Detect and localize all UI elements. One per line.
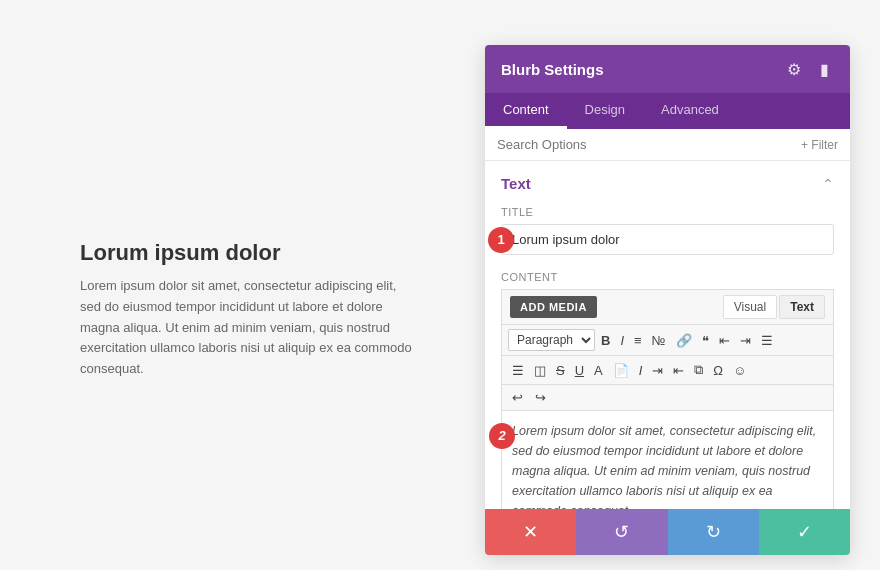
left-title: Lorum ipsum dolor (80, 240, 420, 266)
title-label: Title (501, 206, 834, 218)
tab-advanced[interactable]: Advanced (643, 93, 737, 129)
add-media-button[interactable]: ADD MEDIA (510, 296, 597, 318)
panel-bottom-bar: ✕ ↺ ↻ ✓ (485, 509, 850, 555)
content-label: Content (501, 271, 834, 283)
title-field: Title 1 (485, 202, 850, 267)
outdent-button[interactable]: ⇤ (669, 361, 688, 380)
panel-title: Blurb Settings (501, 61, 604, 78)
align-justify-button[interactable]: ☰ (508, 361, 528, 380)
italic2-button[interactable]: I (635, 361, 647, 380)
undo-editor-button[interactable]: ↩ (508, 388, 527, 407)
search-input[interactable] (497, 137, 801, 152)
paragraph-select[interactable]: Paragraph (508, 329, 595, 351)
settings-icon[interactable]: ⚙ (784, 59, 804, 79)
color-button[interactable]: A (590, 361, 607, 380)
unordered-list-button[interactable]: ≡ (630, 331, 646, 350)
panel-header: Blurb Settings ⚙ ▮ (485, 45, 850, 93)
special-char-button[interactable]: Ω (709, 361, 727, 380)
align-left-button[interactable]: ⇤ (715, 331, 734, 350)
underline-button[interactable]: U (571, 361, 588, 380)
left-body: Lorem ipsum dolor sit amet, consectetur … (80, 276, 420, 380)
badge-1: 1 (488, 227, 514, 253)
tab-content[interactable]: Content (485, 93, 567, 129)
link-button[interactable]: 🔗 (672, 331, 696, 350)
strikethrough-button[interactable]: S (552, 361, 569, 380)
text-section: Text ⌃ Title 1 Content ADD MEDIA Visual (485, 161, 850, 509)
redo-editor-button[interactable]: ↪ (531, 388, 550, 407)
paste-text-button[interactable]: 📄 (609, 361, 633, 380)
emoji-button[interactable]: ☺ (729, 361, 750, 380)
table-button[interactable]: ◫ (530, 361, 550, 380)
align-center-button[interactable]: ⇥ (736, 331, 755, 350)
filter-button[interactable]: + Filter (801, 138, 838, 152)
cancel-button[interactable]: ✕ (485, 509, 576, 555)
bold-button[interactable]: B (597, 331, 614, 350)
editor-toolbar-row1: Paragraph B I ≡ № 🔗 ❝ ⇤ ⇥ ☰ (501, 324, 834, 355)
tab-design[interactable]: Design (567, 93, 643, 129)
settings-panel: Blurb Settings ⚙ ▮ Content Design Advanc… (485, 45, 850, 555)
editor-toolbar-row2: ☰ ◫ S U A 📄 I ⇥ ⇤ ⧉ Ω ☺ (501, 355, 834, 384)
editor-text: Lorem ipsum dolor sit amet, consectetur … (512, 424, 816, 509)
left-content-area: Lorum ipsum dolor Lorem ipsum dolor sit … (80, 240, 420, 380)
blockquote-button[interactable]: ❝ (698, 331, 713, 350)
visual-text-tabs: Visual Text (723, 295, 825, 319)
redo-button[interactable]: ↻ (668, 509, 759, 555)
panel-header-icons: ⚙ ▮ (784, 59, 834, 79)
ordered-list-button[interactable]: № (648, 331, 670, 350)
text-tab[interactable]: Text (779, 295, 825, 319)
section-title-text: Text (501, 175, 531, 192)
search-bar: + Filter (485, 129, 850, 161)
content-field: Content ADD MEDIA Visual Text Paragraph … (485, 267, 850, 509)
fullscreen-button[interactable]: ⧉ (690, 360, 707, 380)
align-right-button[interactable]: ☰ (757, 331, 777, 350)
editor-toolbar-top: ADD MEDIA Visual Text (501, 289, 834, 324)
undo-button[interactable]: ↺ (576, 509, 667, 555)
italic-button[interactable]: I (616, 331, 628, 350)
editor-toolbar-row3: ↩ ↪ (501, 384, 834, 410)
section-header-text[interactable]: Text ⌃ (485, 161, 850, 202)
indent-button[interactable]: ⇥ (648, 361, 667, 380)
confirm-button[interactable]: ✓ (759, 509, 850, 555)
title-input[interactable] (501, 224, 834, 255)
panel-tabs: Content Design Advanced (485, 93, 850, 129)
panel-body: Text ⌃ Title 1 Content ADD MEDIA Visual (485, 161, 850, 509)
editor-content-area[interactable]: 2 Lorem ipsum dolor sit amet, consectetu… (501, 410, 834, 509)
chevron-up-icon: ⌃ (822, 176, 834, 192)
visual-tab[interactable]: Visual (723, 295, 777, 319)
badge-2: 2 (489, 423, 515, 449)
expand-icon[interactable]: ▮ (814, 59, 834, 79)
title-field-wrapper: 1 (501, 224, 834, 255)
